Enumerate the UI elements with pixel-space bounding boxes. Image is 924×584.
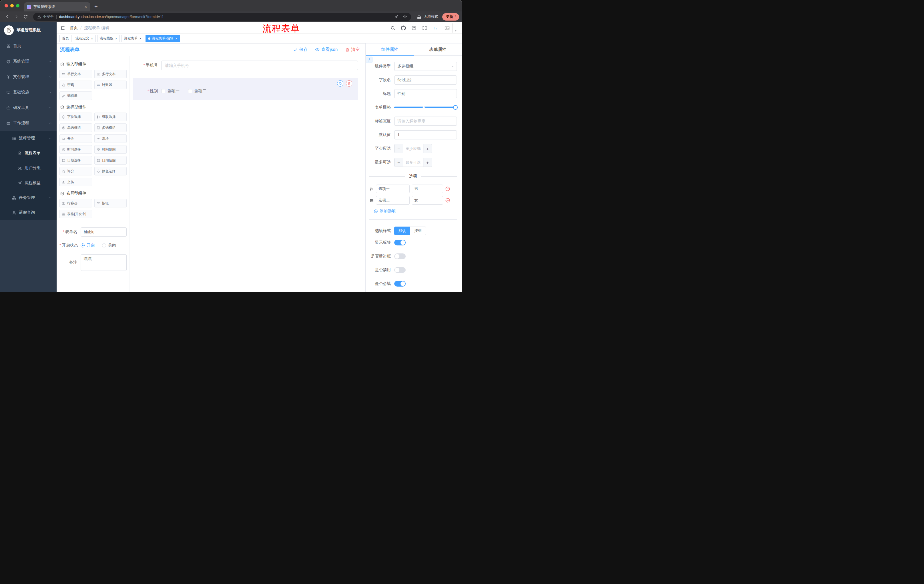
option-label-input[interactable] [376, 196, 410, 204]
checkbox[interactable] [161, 89, 165, 93]
option-label-input[interactable] [376, 184, 410, 193]
new-tab-button[interactable]: + [94, 4, 98, 10]
tag-close-icon[interactable]: × [115, 36, 117, 41]
tag-close-icon[interactable]: × [91, 36, 93, 41]
component-item[interactable]: 按钮 [94, 199, 127, 207]
sidebar-menu-item[interactable]: 流程表单 [0, 146, 57, 161]
sidebar-menu-item[interactable]: 首页 [0, 38, 57, 54]
properties-tab[interactable]: 组件属性 [366, 43, 414, 56]
phone-input[interactable] [161, 61, 358, 70]
remove-option-icon[interactable] [445, 186, 450, 191]
help-icon[interactable] [411, 25, 417, 31]
toggle-switch[interactable] [394, 253, 406, 259]
forward-button[interactable] [12, 13, 21, 21]
address-bar[interactable]: 不安全 dashboard.yudao.iocoder.cn/bpm/manag… [33, 13, 411, 21]
font-size-icon[interactable] [432, 25, 438, 31]
sidebar-menu-item[interactable]: 工作流程 [0, 115, 57, 131]
security-chip[interactable]: 不安全 [37, 14, 54, 19]
sidebar-menu-item[interactable]: 任务管理 [0, 190, 57, 205]
toggle-switch[interactable] [394, 240, 406, 245]
tag-close-icon[interactable]: × [175, 36, 178, 41]
style-default-button[interactable]: 默认 [394, 227, 410, 235]
clear-button[interactable]: 清空 [345, 47, 360, 52]
sidebar-menu-item[interactable]: 研发工具 [0, 100, 57, 115]
increase-button[interactable]: + [423, 144, 432, 153]
component-item[interactable]: 单选框组 [59, 123, 92, 132]
component-item[interactable]: 编辑器 [59, 91, 92, 100]
browser-update-button[interactable]: 更新 [442, 13, 459, 21]
checkbox[interactable] [188, 89, 192, 93]
link-button[interactable] [366, 57, 373, 63]
toggle-switch[interactable] [394, 267, 406, 273]
checkbox-option[interactable]: 选项二 [188, 89, 206, 94]
fullscreen-icon[interactable] [422, 25, 427, 31]
tag[interactable]: 流程表单-编辑 × [145, 35, 180, 42]
avatar[interactable] [442, 23, 452, 33]
reload-button[interactable] [21, 13, 30, 21]
component-item[interactable]: 密码 [59, 81, 92, 89]
tag[interactable]: 流程定义 × [73, 35, 96, 42]
sidebar-menu-item[interactable]: 支付管理 [0, 69, 57, 85]
option-value-input[interactable] [412, 184, 443, 193]
component-item[interactable]: 滑块 [94, 134, 127, 143]
slider-track[interactable] [394, 107, 457, 108]
back-button[interactable] [3, 13, 12, 21]
decrease-button[interactable]: − [394, 158, 403, 166]
default-value-input[interactable] [394, 130, 457, 140]
window-close-button[interactable] [5, 4, 8, 7]
save-button[interactable]: 保存 [293, 47, 308, 52]
form-name-input[interactable] [81, 227, 127, 237]
sidebar-menu-item[interactable]: 流程管理 [0, 131, 57, 146]
max-select-input[interactable] [403, 158, 423, 166]
decrease-button[interactable]: − [394, 144, 403, 153]
breadcrumb-home[interactable]: 首页 [70, 25, 78, 31]
component-item[interactable]: 日期选择 [59, 156, 92, 165]
component-item[interactable]: 颜色选择 [94, 167, 127, 175]
remove-option-icon[interactable] [445, 198, 450, 203]
tag[interactable]: 流程表单 × [121, 35, 144, 42]
drag-handle-icon[interactable] [369, 198, 374, 203]
form-remark-textarea[interactable]: 嘿嘿 [81, 254, 127, 271]
component-item[interactable]: 时间选择 [59, 145, 92, 154]
grid-slider[interactable] [394, 103, 457, 112]
component-item[interactable]: 时间范围 [94, 145, 127, 154]
component-item[interactable]: 日期范围 [94, 156, 127, 165]
sidebar-menu-item[interactable]: 用户分组 [0, 161, 57, 175]
sidebar-menu-item[interactable]: 流程模型 [0, 175, 57, 190]
properties-tab[interactable]: 表单属性 [414, 43, 462, 56]
delete-field-button[interactable] [346, 80, 352, 87]
style-button-button[interactable]: 按钮 [410, 227, 426, 235]
status-open-radio[interactable]: 开启 [81, 243, 95, 248]
copy-field-button[interactable] [337, 80, 343, 87]
component-item[interactable]: 级联选择 [94, 113, 127, 121]
label-width-input[interactable] [394, 117, 457, 126]
window-zoom-button[interactable] [16, 4, 20, 7]
component-item[interactable]: 计数器 [94, 81, 127, 89]
caret-down-icon[interactable] [454, 29, 457, 33]
phone-field[interactable]: *手机号 [133, 61, 358, 70]
component-item[interactable]: 上传 [59, 178, 92, 186]
tag[interactable]: 首页 [59, 35, 71, 42]
option-value-input[interactable] [412, 196, 443, 204]
sidebar-menu-item[interactable]: 请假查询 [0, 205, 57, 220]
increase-button[interactable]: + [423, 158, 432, 166]
tag[interactable]: 流程模型 × [97, 35, 120, 42]
field-name-input[interactable] [394, 76, 457, 85]
toggle-switch[interactable] [394, 281, 406, 286]
checkbox-option[interactable]: 选项一 [161, 89, 180, 94]
component-item[interactable]: 表格[开发中] [59, 210, 92, 218]
view-json-button[interactable]: 查看json [315, 47, 338, 52]
password-key-icon[interactable] [394, 15, 399, 19]
title-input[interactable] [394, 89, 457, 98]
search-icon[interactable] [390, 25, 395, 31]
drag-handle-icon[interactable] [369, 187, 374, 191]
tag-close-icon[interactable]: × [139, 36, 142, 41]
component-type-select[interactable]: 多选框组 [394, 62, 457, 71]
slider-handle[interactable] [453, 105, 458, 110]
min-select-input[interactable] [403, 144, 423, 153]
selected-field-gender[interactable]: *性别 选项一 选项二 [133, 78, 358, 100]
component-item[interactable]: 多行文本 [94, 70, 127, 78]
browser-tab[interactable]: 芋道管理系统 × [24, 2, 90, 12]
component-item[interactable]: 行容器 [59, 199, 92, 207]
component-item[interactable]: 下拉选择 [59, 113, 92, 121]
